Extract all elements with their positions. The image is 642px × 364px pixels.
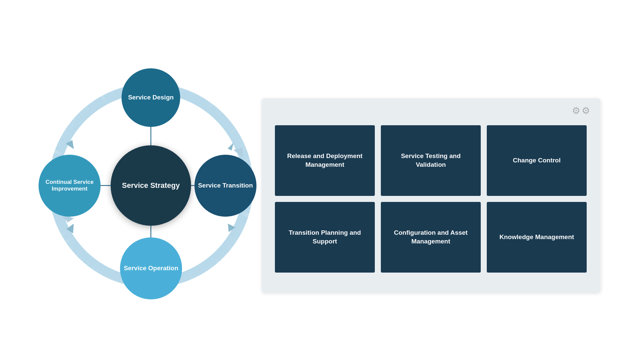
gear-icon-2[interactable]: ⚙ xyxy=(582,105,590,116)
top-label: Service Design xyxy=(128,94,174,101)
main-container: Service Strategy Service Design Service … xyxy=(0,0,642,364)
center-label: Service Strategy xyxy=(122,181,180,190)
satellite-left[interactable]: Continual Service Improvement xyxy=(39,155,101,217)
service-transition-panel: ⚙ ⚙ Release and Deployment ManagementSer… xyxy=(261,98,600,293)
itil-diagram: Service Strategy Service Design Service … xyxy=(20,35,282,336)
left-label: Continual Service Improvement xyxy=(39,179,101,192)
right-label: Service Transition xyxy=(198,182,253,189)
gear-icon-1[interactable]: ⚙ xyxy=(572,105,580,116)
bottom-label: Service Operation xyxy=(124,265,178,272)
satellite-right[interactable]: Service Transition xyxy=(194,155,256,217)
card-release-deployment[interactable]: Release and Deployment Management xyxy=(275,125,375,196)
satellite-top[interactable]: Service Design xyxy=(122,68,180,127)
cards-grid: Release and Deployment ManagementService… xyxy=(275,125,587,273)
card-transition-planning[interactable]: Transition Planning and Support xyxy=(275,202,375,273)
card-service-testing[interactable]: Service Testing and Validation xyxy=(381,125,481,196)
card-knowledge-management[interactable]: Knowledge Management xyxy=(487,202,587,273)
gear-area: ⚙ ⚙ xyxy=(572,105,590,116)
satellite-bottom[interactable]: Service Operation xyxy=(120,237,182,299)
card-configuration-asset[interactable]: Configuration and Asset Management xyxy=(381,202,481,273)
center-node[interactable]: Service Strategy xyxy=(111,145,191,226)
card-change-control[interactable]: Change Control xyxy=(487,125,587,196)
